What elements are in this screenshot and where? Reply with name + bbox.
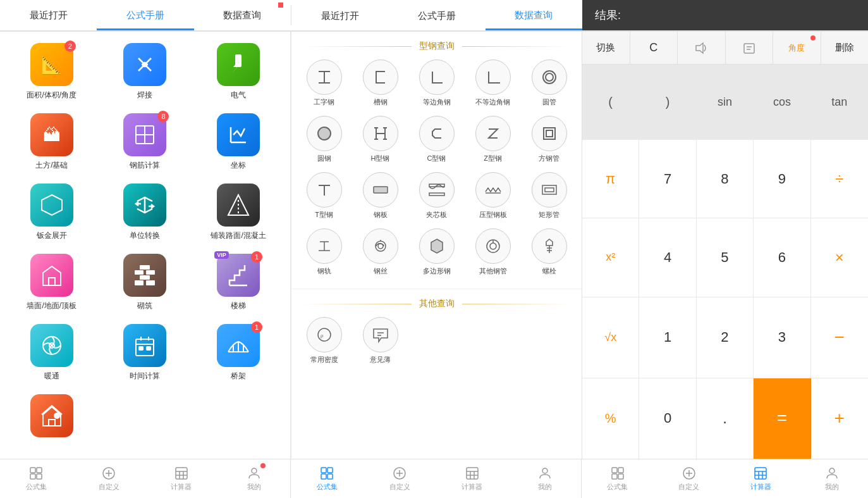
calc-delete-btn[interactable]: 删除: [821, 32, 869, 64]
steel-other-pipe[interactable]: 其他钢管: [465, 225, 520, 280]
bottom-mine[interactable]: 我的: [217, 459, 290, 498]
calc-2[interactable]: 2: [697, 297, 754, 378]
calc-switch-btn[interactable]: 切换: [582, 32, 630, 64]
calc-tan[interactable]: tan: [811, 65, 868, 140]
svg-text:ρ: ρ: [321, 333, 324, 339]
app-label-road: 铺装路面/混凝土: [211, 230, 266, 241]
steel-bolt[interactable]: 螺栓: [522, 225, 577, 280]
app-item-unit[interactable]: 单位转换: [99, 177, 192, 247]
steel-h-beam[interactable]: H型钢: [353, 112, 408, 167]
calc-3[interactable]: 3: [754, 297, 810, 378]
calc-4[interactable]: 4: [639, 218, 696, 297]
bottom-formula-set[interactable]: 公式集: [0, 459, 73, 498]
bottom-custom[interactable]: 自定义: [73, 459, 145, 498]
calc-history-btn[interactable]: [726, 32, 774, 64]
bottom-custom2[interactable]: 自定义: [364, 459, 436, 498]
bottom-calculator[interactable]: 计算器: [145, 459, 218, 498]
calc-pi[interactable]: π: [582, 140, 639, 218]
app-item-sheet[interactable]: 钣金展开: [5, 177, 99, 247]
calc-dot[interactable]: .: [697, 378, 754, 459]
app-item-stairs[interactable]: VIP 1 楼梯: [192, 247, 285, 318]
calc-open-paren[interactable]: (: [582, 65, 639, 140]
calc-xsq[interactable]: x²: [582, 218, 639, 297]
nav-formula-left[interactable]: 公式手册: [97, 0, 193, 30]
steel-polygon[interactable]: 多边形钢: [409, 225, 464, 280]
app-item-wall[interactable]: 墙面/地面/顶板: [5, 247, 99, 318]
calc-plus[interactable]: +: [811, 378, 868, 459]
bottom-calculator3[interactable]: 计算器: [725, 459, 797, 498]
calc-close-paren[interactable]: ): [639, 65, 696, 140]
bottom-formula-set2[interactable]: 公式集: [291, 459, 364, 498]
calc-8[interactable]: 8: [697, 140, 754, 218]
app-item-coord[interactable]: 坐标: [192, 107, 285, 177]
nav-formula-right[interactable]: 公式手册: [388, 0, 485, 30]
svg-rect-111: [755, 468, 766, 479]
steel-round[interactable]: 圆钢: [296, 112, 351, 167]
app-item-time[interactable]: 时间计算: [99, 318, 192, 388]
calc-0[interactable]: 0: [639, 378, 696, 459]
steel-corrugated[interactable]: 压型钢板: [465, 168, 520, 223]
app-item-hvac[interactable]: 暖通: [5, 318, 99, 388]
bottom-mine2[interactable]: 我的: [508, 459, 581, 498]
bottom-formula-set3[interactable]: 公式集: [582, 459, 653, 498]
steel-unequal-angle[interactable]: 不等边角钢: [465, 56, 520, 111]
other-feedback[interactable]: 意见薄: [353, 313, 408, 368]
nav-data-right[interactable]: 数据查询: [486, 0, 582, 30]
calc-1[interactable]: 1: [639, 297, 696, 378]
calc-sound-btn[interactable]: [678, 32, 726, 64]
calc-6[interactable]: 6: [754, 218, 810, 297]
calc-cos[interactable]: cos: [754, 65, 810, 140]
bottom-custom3[interactable]: 自定义: [653, 459, 724, 498]
calc-sin[interactable]: sin: [697, 65, 754, 140]
calc-5[interactable]: 5: [697, 218, 754, 297]
steel-t[interactable]: T型钢: [296, 168, 351, 223]
bottom-mine3[interactable]: 我的: [797, 459, 868, 498]
nav-recent-right[interactable]: 最近打开: [291, 0, 388, 30]
steel-rect-tube[interactable]: 矩形管: [522, 168, 577, 223]
steel-z[interactable]: Z型钢: [465, 112, 520, 167]
svg-rect-105: [618, 468, 623, 473]
calc-multiply[interactable]: ×: [811, 218, 868, 297]
app-label-masonry: 砌筑: [137, 301, 152, 311]
steel-c[interactable]: C型钢: [409, 112, 464, 167]
steel-plate[interactable]: 钢板: [353, 168, 408, 223]
svg-marker-62: [431, 239, 443, 253]
calc-sqrt[interactable]: √x: [582, 297, 639, 378]
calc-divide[interactable]: ÷: [811, 140, 868, 218]
data-query-panel: 型钢查询 工字钢: [291, 32, 582, 459]
app-item-road[interactable]: 铺装路面/混凝土: [192, 177, 285, 247]
app-item-area[interactable]: 📐 2 面积/体积/角度: [5, 37, 99, 107]
calc-equals[interactable]: =: [754, 378, 810, 459]
steel-wire[interactable]: 钢丝: [353, 225, 408, 280]
steel-i-beam[interactable]: 工字钢: [296, 56, 351, 111]
calc-minus[interactable]: −: [811, 297, 868, 378]
calc-clear-btn[interactable]: C: [630, 32, 678, 64]
steel-channel[interactable]: 槽钢: [353, 56, 408, 111]
calc-7[interactable]: 7: [639, 140, 696, 218]
calc-percent[interactable]: %: [582, 378, 639, 459]
app-item-bridge[interactable]: 1 桥架: [192, 318, 285, 388]
app-label-time: 时间计算: [130, 371, 160, 382]
app-label-weld: 焊接: [137, 90, 152, 101]
app-item-earthwork[interactable]: 🏔 土方/基础: [5, 107, 99, 177]
calc-angle-btn[interactable]: 角度: [773, 32, 821, 64]
app-item-electric[interactable]: 电气: [192, 37, 285, 107]
svg-marker-74: [696, 43, 703, 53]
steel-sandwich[interactable]: 夹芯板: [409, 168, 464, 223]
calc-9[interactable]: 9: [754, 140, 810, 218]
app-item-home2[interactable]: [5, 388, 99, 447]
other-density[interactable]: ρ 常用密度: [296, 313, 351, 368]
app-item-masonry[interactable]: 砌筑: [99, 247, 192, 318]
steel-round-pipe[interactable]: 圆管: [522, 56, 577, 111]
steel-rail[interactable]: 钢轨: [296, 225, 351, 280]
steel-square-pipe[interactable]: 方钢管: [522, 112, 577, 167]
nav-recent-left[interactable]: 最近打开: [0, 0, 97, 30]
app-item-rebar[interactable]: 8 钢筋计算: [99, 107, 192, 177]
app-item-weld[interactable]: 焊接: [99, 37, 192, 107]
svg-point-37: [546, 73, 553, 81]
nav-data-left[interactable]: 数据查询: [194, 0, 291, 30]
steel-equal-angle[interactable]: 等边角钢: [409, 56, 464, 111]
svg-rect-91: [321, 468, 326, 473]
bottom-calculator2[interactable]: 计算器: [436, 459, 509, 498]
svg-rect-79: [37, 468, 42, 473]
